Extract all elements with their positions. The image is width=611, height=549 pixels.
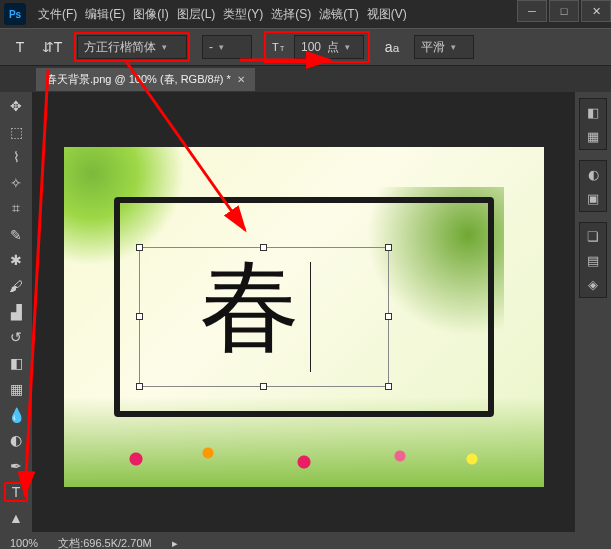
channels-panel-icon[interactable]: ▤: [583, 251, 603, 269]
text-cursor: [310, 262, 311, 372]
chevron-down-icon: ▾: [219, 42, 224, 52]
svg-text:T: T: [272, 41, 279, 53]
menu-layer[interactable]: 图层(L): [177, 6, 216, 23]
app-logo: Ps: [4, 3, 26, 25]
close-button[interactable]: ✕: [581, 0, 611, 22]
chevron-down-icon: ▾: [345, 42, 350, 52]
menu-type[interactable]: 类型(Y): [223, 6, 263, 23]
font-style-value: -: [209, 40, 213, 54]
anti-alias-icon: aa: [382, 37, 402, 57]
zoom-level[interactable]: 100%: [10, 537, 38, 549]
font-size-icon: TT: [270, 37, 290, 57]
font-family-highlight: 方正行楷简体 ▾: [74, 32, 190, 62]
history-brush-tool[interactable]: ↺: [4, 328, 28, 348]
move-tool[interactable]: ✥: [4, 96, 28, 116]
brush-tool[interactable]: 🖌: [4, 276, 28, 296]
healing-brush-tool[interactable]: ✱: [4, 250, 28, 270]
workspace: ✥ ⬚ ⌇ ✧ ⌗ ✎ ✱ 🖌 ▟ ↺ ◧ ▦ 💧 ◐ ✒ T ▲: [0, 92, 611, 532]
resize-handle[interactable]: [385, 244, 392, 251]
document-tab-bar: 春天背景.png @ 100% (春, RGB/8#) * ✕: [0, 66, 611, 92]
menu-file[interactable]: 文件(F): [38, 6, 77, 23]
status-chevron-icon[interactable]: ▸: [172, 537, 178, 550]
panel-dock: ◧ ▦ ◐ ▣ ❏ ▤ ◈: [575, 92, 611, 532]
eraser-tool[interactable]: ◧: [4, 353, 28, 373]
layers-panel-icon[interactable]: ❏: [583, 227, 603, 245]
window-controls: ─ □ ✕: [515, 0, 611, 22]
maximize-button[interactable]: □: [549, 0, 579, 22]
type-tool[interactable]: T: [4, 482, 28, 502]
chevron-down-icon: ▾: [451, 42, 456, 52]
eyedropper-tool[interactable]: ✎: [4, 225, 28, 245]
paths-panel-icon[interactable]: ◈: [583, 275, 603, 293]
canvas[interactable]: 春: [64, 147, 544, 487]
adjustments-panel-icon[interactable]: ◐: [583, 165, 603, 183]
menu-edit[interactable]: 编辑(E): [85, 6, 125, 23]
font-size-unit: 点: [327, 39, 339, 56]
anti-alias-value: 平滑: [421, 39, 445, 56]
text-orientation-icon[interactable]: ⇵T: [42, 37, 62, 57]
resize-handle[interactable]: [136, 313, 143, 320]
font-family-dropdown[interactable]: 方正行楷简体 ▾: [77, 35, 187, 59]
marquee-tool[interactable]: ⬚: [4, 122, 28, 142]
styles-panel-icon[interactable]: ▣: [583, 189, 603, 207]
doc-size: 696.5K/2.70M: [83, 537, 152, 549]
gradient-tool[interactable]: ▦: [4, 379, 28, 399]
menu-image[interactable]: 图像(I): [133, 6, 168, 23]
chevron-down-icon: ▾: [162, 42, 167, 52]
tab-title: 春天背景.png @ 100% (春, RGB/8#) *: [46, 72, 231, 87]
panel-group: ◐ ▣: [579, 160, 607, 212]
pen-tool[interactable]: ✒: [4, 456, 28, 476]
status-bar: 100% 文档:696.5K/2.70M ▸: [0, 532, 611, 549]
doc-info: 文档:696.5K/2.70M: [58, 536, 152, 550]
menu-filter[interactable]: 滤镜(T): [319, 6, 358, 23]
title-bar: Ps 文件(F) 编辑(E) 图像(I) 图层(L) 类型(Y) 选择(S) 滤…: [0, 0, 611, 28]
font-family-value: 方正行楷简体: [84, 39, 156, 56]
resize-handle[interactable]: [385, 313, 392, 320]
clone-stamp-tool[interactable]: ▟: [4, 302, 28, 322]
text-tool-preset-icon[interactable]: T: [10, 37, 30, 57]
doc-label: 文档:: [58, 537, 83, 549]
dodge-tool[interactable]: ◐: [4, 431, 28, 451]
anti-alias-dropdown[interactable]: 平滑 ▾: [414, 35, 474, 59]
font-style-dropdown[interactable]: - ▾: [202, 35, 252, 59]
text-content[interactable]: 春: [200, 258, 300, 358]
tools-panel: ✥ ⬚ ⌇ ✧ ⌗ ✎ ✱ 🖌 ▟ ↺ ◧ ▦ 💧 ◐ ✒ T ▲: [0, 92, 32, 532]
swatches-panel-icon[interactable]: ▦: [583, 127, 603, 145]
path-selection-tool[interactable]: ▲: [4, 508, 28, 528]
options-bar: T ⇵T 方正行楷简体 ▾ - ▾ TT 100 点 ▾ aa 平滑 ▾: [0, 28, 611, 66]
close-icon[interactable]: ✕: [237, 74, 245, 85]
text-bounding-box[interactable]: 春: [139, 247, 389, 387]
font-size-value: 100: [301, 40, 321, 54]
resize-handle[interactable]: [136, 244, 143, 251]
menu-select[interactable]: 选择(S): [271, 6, 311, 23]
panel-group: ◧ ▦: [579, 98, 607, 150]
document-tab[interactable]: 春天背景.png @ 100% (春, RGB/8#) * ✕: [36, 68, 255, 91]
panel-group: ❏ ▤ ◈: [579, 222, 607, 298]
font-size-highlight: TT 100 点 ▾: [264, 31, 370, 63]
svg-text:T: T: [280, 45, 285, 52]
resize-handle[interactable]: [385, 383, 392, 390]
menu-bar: 文件(F) 编辑(E) 图像(I) 图层(L) 类型(Y) 选择(S) 滤镜(T…: [30, 0, 415, 28]
lasso-tool[interactable]: ⌇: [4, 147, 28, 167]
canvas-area[interactable]: 春: [32, 92, 575, 532]
resize-handle[interactable]: [136, 383, 143, 390]
crop-tool[interactable]: ⌗: [4, 199, 28, 219]
menu-view[interactable]: 视图(V): [367, 6, 407, 23]
minimize-button[interactable]: ─: [517, 0, 547, 22]
font-size-dropdown[interactable]: 100 点 ▾: [294, 35, 364, 59]
resize-handle[interactable]: [260, 383, 267, 390]
magic-wand-tool[interactable]: ✧: [4, 173, 28, 193]
blur-tool[interactable]: 💧: [4, 405, 28, 425]
color-panel-icon[interactable]: ◧: [583, 103, 603, 121]
resize-handle[interactable]: [260, 244, 267, 251]
